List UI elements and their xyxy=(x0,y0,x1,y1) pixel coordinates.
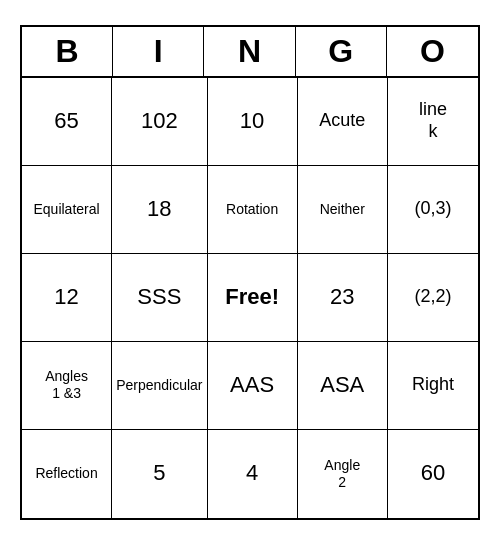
bingo-cell-8: Neither xyxy=(298,166,388,254)
bingo-cell-21: 5 xyxy=(112,430,207,518)
bingo-cell-2: 10 xyxy=(208,78,298,166)
header-letter-B: B xyxy=(22,27,113,76)
bingo-cell-13: 23 xyxy=(298,254,388,342)
bingo-cell-14: (2,2) xyxy=(388,254,478,342)
bingo-card: BINGO 6510210Acuteline kEquilateral18Rot… xyxy=(20,25,480,520)
bingo-cell-7: Rotation xyxy=(208,166,298,254)
bingo-cell-19: Right xyxy=(388,342,478,430)
bingo-header: BINGO xyxy=(22,27,478,78)
bingo-cell-1: 102 xyxy=(112,78,207,166)
bingo-cell-4: line k xyxy=(388,78,478,166)
bingo-cell-22: 4 xyxy=(208,430,298,518)
bingo-cell-12: Free! xyxy=(208,254,298,342)
bingo-cell-20: Reflection xyxy=(22,430,112,518)
header-letter-G: G xyxy=(296,27,387,76)
bingo-cell-17: AAS xyxy=(208,342,298,430)
bingo-cell-23: Angle 2 xyxy=(298,430,388,518)
bingo-cell-15: Angles 1 &3 xyxy=(22,342,112,430)
bingo-cell-3: Acute xyxy=(298,78,388,166)
bingo-cell-18: ASA xyxy=(298,342,388,430)
bingo-cell-5: Equilateral xyxy=(22,166,112,254)
bingo-cell-9: (0,3) xyxy=(388,166,478,254)
bingo-cell-16: Perpendicular xyxy=(112,342,207,430)
header-letter-O: O xyxy=(387,27,478,76)
bingo-cell-6: 18 xyxy=(112,166,207,254)
header-letter-I: I xyxy=(113,27,204,76)
bingo-cell-24: 60 xyxy=(388,430,478,518)
bingo-cell-11: SSS xyxy=(112,254,207,342)
bingo-cell-0: 65 xyxy=(22,78,112,166)
bingo-cell-10: 12 xyxy=(22,254,112,342)
bingo-grid: 6510210Acuteline kEquilateral18RotationN… xyxy=(22,78,478,518)
header-letter-N: N xyxy=(204,27,295,76)
